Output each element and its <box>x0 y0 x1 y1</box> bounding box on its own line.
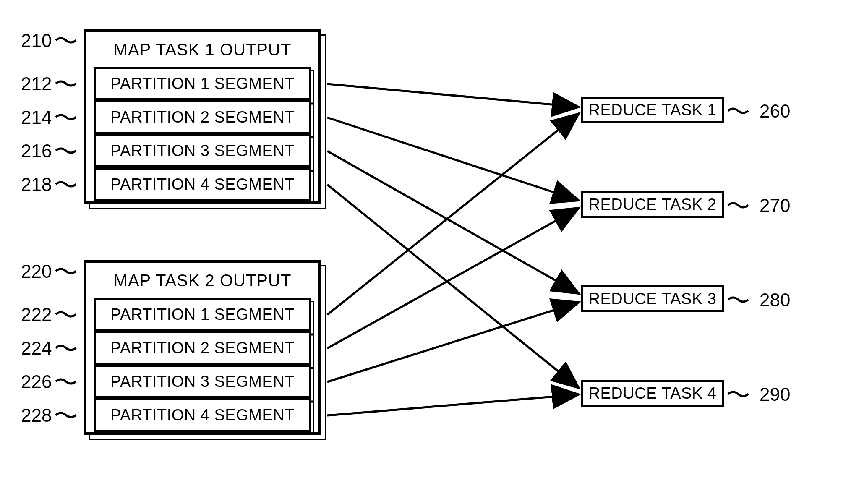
diagram-stage: MAP TASK 1 OUTPUT PARTITION 1 SEGMENT PA… <box>0 0 851 504</box>
ref-label: 226 <box>21 371 52 392</box>
ref-label: 290 <box>760 384 790 405</box>
partition-2-segment: PARTITION 2 SEGMENT <box>94 100 311 134</box>
map-task-1-output: MAP TASK 1 OUTPUT PARTITION 1 SEGMENT PA… <box>84 29 321 204</box>
partition-row: PARTITION 3 SEGMENT <box>94 134 311 167</box>
ref-label: 212 <box>21 73 52 94</box>
partition-1-segment: PARTITION 1 SEGMENT <box>94 67 311 100</box>
svg-line-13 <box>327 151 579 294</box>
svg-line-15 <box>327 113 579 315</box>
partition-3-segment: PARTITION 3 SEGMENT <box>94 365 311 398</box>
ref-label: 224 <box>21 338 52 359</box>
partition-row: PARTITION 1 SEGMENT <box>94 67 311 100</box>
ref-label: 222 <box>21 304 52 325</box>
map-output-title: MAP TASK 1 OUTPUT <box>86 32 318 67</box>
partition-1-segment: PARTITION 1 SEGMENT <box>94 298 311 331</box>
svg-line-11 <box>327 84 579 107</box>
map-task-2-output: MAP TASK 2 OUTPUT PARTITION 1 SEGMENT PA… <box>84 260 321 435</box>
partition-4-segment: PARTITION 4 SEGMENT <box>94 167 311 201</box>
partition-row: PARTITION 4 SEGMENT <box>94 398 311 432</box>
partition-row: PARTITION 3 SEGMENT <box>94 365 311 398</box>
ref-label: 270 <box>760 195 790 216</box>
partition-row: PARTITION 4 SEGMENT <box>94 167 311 201</box>
partition-2-segment: PARTITION 2 SEGMENT <box>94 331 311 365</box>
partition-row: PARTITION 2 SEGMENT <box>94 100 311 134</box>
ref-label: 228 <box>21 405 52 426</box>
svg-line-17 <box>327 302 579 382</box>
reduce-task-1: REDUCE TASK 1 <box>581 97 724 123</box>
ref-label: 214 <box>21 107 52 128</box>
partition-row: PARTITION 1 SEGMENT <box>94 298 311 331</box>
ref-label: 260 <box>760 101 790 122</box>
svg-line-14 <box>327 185 579 388</box>
ref-label: 210 <box>21 30 52 51</box>
reduce-task-3: REDUCE TASK 3 <box>581 285 724 312</box>
map-output-frame: MAP TASK 2 OUTPUT PARTITION 1 SEGMENT PA… <box>84 260 321 435</box>
reduce-task-4: REDUCE TASK 4 <box>581 380 724 407</box>
svg-line-18 <box>327 394 579 415</box>
ref-label: 216 <box>21 141 52 162</box>
ref-label: 280 <box>760 290 790 311</box>
ref-label: 218 <box>21 174 52 195</box>
partition-4-segment: PARTITION 4 SEGMENT <box>94 398 311 432</box>
svg-line-12 <box>327 118 579 201</box>
partition-row: PARTITION 2 SEGMENT <box>94 331 311 365</box>
partition-3-segment: PARTITION 3 SEGMENT <box>94 134 311 167</box>
svg-line-16 <box>327 208 579 348</box>
map-output-frame: MAP TASK 1 OUTPUT PARTITION 1 SEGMENT PA… <box>84 29 321 204</box>
reduce-task-2: REDUCE TASK 2 <box>581 191 724 218</box>
map-output-title: MAP TASK 2 OUTPUT <box>86 263 318 298</box>
ref-label: 220 <box>21 261 52 282</box>
